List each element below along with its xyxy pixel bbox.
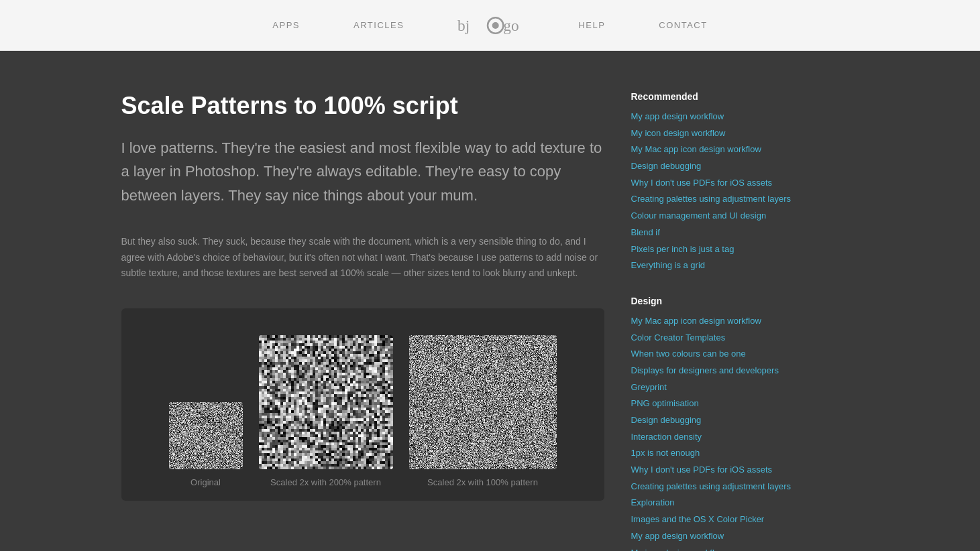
main-layout: Scale Patterns to 100% script I love pat… [54,51,926,551]
sidebar-section-heading-1: Design [631,296,819,306]
sidebar-section-0: RecommendedMy app design workflowMy icon… [631,91,819,274]
sidebar-link-1-5[interactable]: PNG optimisation [631,395,819,412]
sidebar-section-heading-0: Recommended [631,91,819,102]
sidebar: RecommendedMy app design workflowMy icon… [631,91,819,551]
image-original: Original [169,402,243,487]
sidebar-link-1-11[interactable]: Exploration [631,495,819,511]
sidebar-link-1-9[interactable]: Why I don't use PDFs for iOS assets [631,462,819,479]
svg-text:go: go [504,17,519,34]
sidebar-link-0-7[interactable]: Blend if [631,225,819,241]
image-caption-100pct: Scaled 2x with 100% pattern [427,477,538,487]
sidebar-link-1-4[interactable]: Greyprint [631,379,819,396]
svg-text:bj: bj [457,17,470,34]
sidebar-link-1-7[interactable]: Interaction density [631,429,819,446]
sidebar-link-0-1[interactable]: My icon design workflow [631,125,819,142]
noise-canvas-200pct [259,335,393,469]
sidebar-link-0-8[interactable]: Pixels per inch is just a tag [631,241,819,258]
image-200pct: Scaled 2x with 200% pattern [259,335,393,487]
sidebar-link-0-4[interactable]: Why I don't use PDFs for iOS assets [631,175,819,192]
image-caption-original: Original [190,477,221,487]
sidebar-link-0-2[interactable]: My Mac app icon design workflow [631,141,819,158]
sidebar-link-0-9[interactable]: Everything is a grid [631,257,819,274]
sidebar-link-1-3[interactable]: Displays for designers and developers [631,363,819,379]
image-100pct: Scaled 2x with 100% pattern [409,335,557,487]
sidebar-link-1-14[interactable]: My icon design workflow [631,545,819,552]
noise-canvas-100pct [409,335,557,469]
noise-canvas-original [169,402,243,469]
sidebar-section-1: DesignMy Mac app icon design workflowCol… [631,296,819,551]
sidebar-link-1-2[interactable]: When two colours can be one [631,346,819,363]
svg-point-2 [492,22,499,29]
sidebar-link-0-6[interactable]: Colour management and UI design [631,208,819,225]
article-intro: I love patterns. They're the easiest and… [121,136,604,207]
sidebar-link-1-10[interactable]: Creating palettes using adjustment layer… [631,479,819,495]
sidebar-link-0-5[interactable]: Creating palettes using adjustment layer… [631,191,819,208]
sidebar-link-1-6[interactable]: Design debugging [631,412,819,429]
image-comparison-box: Original Scaled 2x with 200% pattern Sca… [121,308,604,501]
sidebar-link-1-12[interactable]: Images and the OS X Color Picker [631,511,819,528]
image-caption-200pct: Scaled 2x with 200% pattern [270,477,381,487]
header: APPS ARTICLES bj go HELP CONTACT [0,0,980,51]
article-title: Scale Patterns to 100% script [121,91,604,120]
nav-articles[interactable]: ARTICLES [327,0,431,51]
bjango-logo: bj go [457,12,525,39]
sidebar-link-0-0[interactable]: My app design workflow [631,109,819,125]
sidebar-link-1-0[interactable]: My Mac app icon design workflow [631,313,819,330]
sidebar-link-0-3[interactable]: Design debugging [631,158,819,175]
sidebar-link-1-8[interactable]: 1px is not enough [631,445,819,462]
sidebar-link-1-1[interactable]: Color Creator Templates [631,330,819,347]
nav-contact[interactable]: CONTACT [632,0,734,51]
nav-help[interactable]: HELP [551,0,632,51]
sidebar-link-1-13[interactable]: My app design workflow [631,528,819,545]
nav-logo[interactable]: bj go [431,0,551,51]
article-body: But they also suck. They suck, because t… [121,234,604,282]
nav-apps[interactable]: APPS [246,0,327,51]
article-content: Scale Patterns to 100% script I love pat… [121,91,604,551]
